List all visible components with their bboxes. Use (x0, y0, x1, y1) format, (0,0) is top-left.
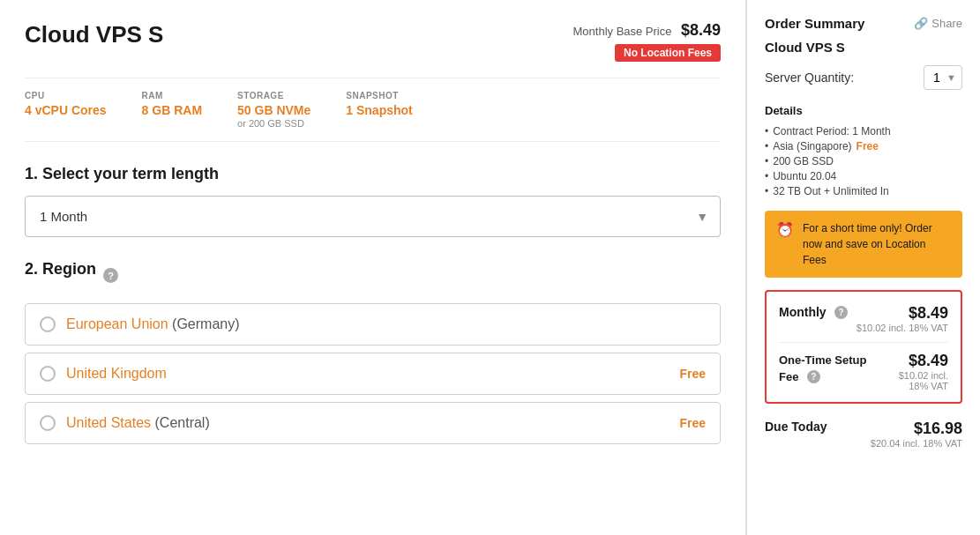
setup-label-group: One-Time Setup Fee ? (779, 352, 879, 385)
region-country-germany: (Germany) (172, 316, 239, 331)
monthly-help-icon[interactable]: ? (834, 306, 848, 319)
spec-ram-label: RAM (142, 91, 202, 100)
radio-us[interactable] (40, 415, 56, 431)
monthly-vat: $10.02 incl. 18% VAT (857, 323, 948, 333)
spec-snapshot-value: 1 Snapshot (346, 103, 412, 117)
radio-germany[interactable] (40, 316, 56, 332)
region-name-text-us: United States (66, 415, 151, 430)
product-title: Cloud VPS S (25, 21, 163, 48)
pricing-box: Monthly ? $8.49 $10.02 incl. 18% VAT One… (765, 290, 962, 404)
detail-ssd: 200 GB SSD (765, 153, 962, 168)
quantity-select-wrapper: 1 2 3 4 5 ▼ (924, 65, 962, 90)
monthly-pricing-row: Monthly ? $8.49 $10.02 incl. 18% VAT (779, 304, 948, 333)
detail-bandwidth: 32 TB Out + Unlimited In (765, 183, 962, 198)
region-option-uk[interactable]: United Kingdom Free (25, 353, 721, 395)
term-section-title: 1. Select your term length (25, 165, 721, 183)
quantity-select[interactable]: 1 2 3 4 5 (924, 65, 962, 90)
region-left-uk: United Kingdom (40, 366, 167, 382)
share-icon: 🔗 (914, 17, 928, 30)
setup-vat: $10.02 incl. 18% VAT (879, 370, 948, 391)
region-name-text-germany: European Union (66, 316, 168, 331)
monthly-base-price: $8.49 (681, 21, 721, 39)
pricing-divider (779, 342, 948, 343)
due-today-row: Due Today $16.98 $20.04 incl. 18% VAT (765, 416, 962, 449)
region-section: 2. Region ? European Union (Germany) Uni… (25, 260, 721, 444)
detail-bandwidth-text: 32 TB Out + Unlimited In (773, 185, 889, 197)
quantity-label: Server Quantity: (765, 71, 854, 85)
region-help-icon[interactable]: ? (103, 268, 118, 283)
term-select[interactable]: 1 Month 3 Months 6 Months 12 Months 24 M… (25, 196, 721, 237)
no-location-badge: No Location Fees (615, 44, 721, 62)
monthly-base-label: Monthly Base Price (573, 25, 672, 38)
promo-banner: ⏰ For a short time only! Order now and s… (765, 211, 962, 278)
setup-label: One-Time Setup Fee (779, 353, 866, 383)
detail-contract: Contract Period: 1 Month (765, 123, 962, 138)
monthly-amount: $8.49 (857, 304, 948, 323)
region-title-row: 2. Region ? (25, 260, 721, 291)
sidebar: Order Summary 🔗 Share Cloud VPS S Server… (746, 0, 980, 535)
region-option-us[interactable]: United States (Central) Free (25, 402, 721, 444)
monthly-label: Monthly (779, 305, 827, 319)
region-us-full: United States (Central) (66, 415, 210, 431)
spec-storage-value: 50 GB NVMe (237, 103, 310, 117)
detail-asia-free: Free (857, 140, 879, 152)
spec-storage-sub: or 200 GB SSD (237, 118, 310, 129)
clock-icon: ⏰ (776, 221, 794, 238)
share-label: Share (931, 17, 962, 30)
setup-pricing-right: $8.49 $10.02 incl. 18% VAT (879, 352, 948, 391)
setup-help-icon[interactable]: ? (807, 370, 820, 383)
sidebar-header: Order Summary 🔗 Share (765, 16, 962, 31)
due-label: Due Today (765, 420, 827, 434)
detail-ubuntu-text: Ubuntu 20.04 (773, 170, 836, 182)
region-free-us: Free (679, 416, 706, 430)
share-link[interactable]: 🔗 Share (914, 17, 962, 30)
monthly-label-group: Monthly ? (779, 304, 848, 320)
monthly-pricing-right: $8.49 $10.02 incl. 18% VAT (857, 304, 948, 333)
details-title: Details (765, 104, 962, 117)
spec-cpu-label: CPU (25, 91, 107, 100)
price-area: Monthly Base Price $8.49 No Location Fee… (573, 21, 722, 62)
due-amount: $16.98 (871, 420, 962, 438)
spec-ram-value: 8 GB RAM (142, 103, 202, 117)
region-country-us: (Central) (155, 415, 210, 430)
detail-contract-text: Contract Period: 1 Month (773, 125, 890, 137)
due-vat: $20.04 incl. 18% VAT (871, 438, 962, 449)
spec-cpu-value: 4 vCPU Cores (25, 103, 107, 117)
radio-uk[interactable] (40, 366, 56, 382)
region-option-germany[interactable]: European Union (Germany) (25, 303, 721, 346)
detail-asia-text: Asia (Singapore) (773, 140, 851, 152)
promo-text: For a short time only! Order now and sav… (803, 220, 951, 268)
region-section-title: 2. Region (25, 260, 96, 279)
region-free-uk: Free (679, 367, 706, 381)
spec-storage: STORAGE 50 GB NVMe or 200 GB SSD (237, 91, 310, 129)
region-name-germany: European Union (Germany) (66, 316, 240, 332)
region-left-us: United States (Central) (40, 415, 210, 431)
spec-ram: RAM 8 GB RAM (142, 91, 202, 129)
spec-storage-label: STORAGE (237, 91, 310, 100)
quantity-row: Server Quantity: 1 2 3 4 5 ▼ (765, 65, 962, 90)
region-name-text-uk: United Kingdom (66, 366, 167, 382)
specs-bar: CPU 4 vCPU Cores RAM 8 GB RAM STORAGE 50… (25, 78, 721, 142)
detail-ssd-text: 200 GB SSD (773, 155, 834, 167)
spec-cpu: CPU 4 vCPU Cores (25, 91, 107, 129)
product-header: Cloud VPS S Monthly Base Price $8.49 No … (25, 21, 721, 62)
due-right: $16.98 $20.04 incl. 18% VAT (871, 420, 962, 449)
term-section: 1. Select your term length 1 Month 3 Mon… (25, 165, 721, 237)
term-select-wrapper: 1 Month 3 Months 6 Months 12 Months 24 M… (25, 196, 721, 237)
setup-pricing-row: One-Time Setup Fee ? $8.49 $10.02 incl. … (779, 352, 948, 391)
details-list: Contract Period: 1 Month Asia (Singapore… (765, 123, 962, 198)
region-left-germany: European Union (Germany) (40, 316, 240, 332)
detail-asia: Asia (Singapore) Free (765, 138, 962, 153)
detail-ubuntu: Ubuntu 20.04 (765, 168, 962, 183)
spec-snapshot-label: SNAPSHOT (346, 91, 412, 100)
sidebar-product-name: Cloud VPS S (765, 40, 962, 55)
sidebar-title: Order Summary (765, 16, 864, 31)
setup-amount: $8.49 (879, 352, 948, 370)
spec-snapshot: SNAPSHOT 1 Snapshot (346, 91, 412, 129)
